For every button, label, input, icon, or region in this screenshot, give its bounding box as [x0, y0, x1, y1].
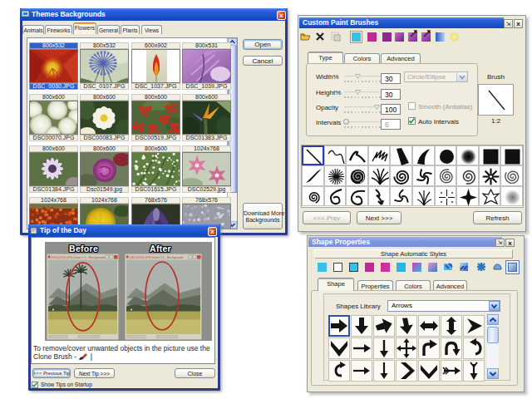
svg-text:DSC02700.JPG Zoom 1:1 - Bac: DSC02700.JPG Zoom 1:1 - Background: [52, 256, 105, 259]
svg-text:DSC02700.JPG Zoom 1:1 - Bac: DSC02700.JPG Zoom 1:1 - Background: [130, 256, 183, 259]
